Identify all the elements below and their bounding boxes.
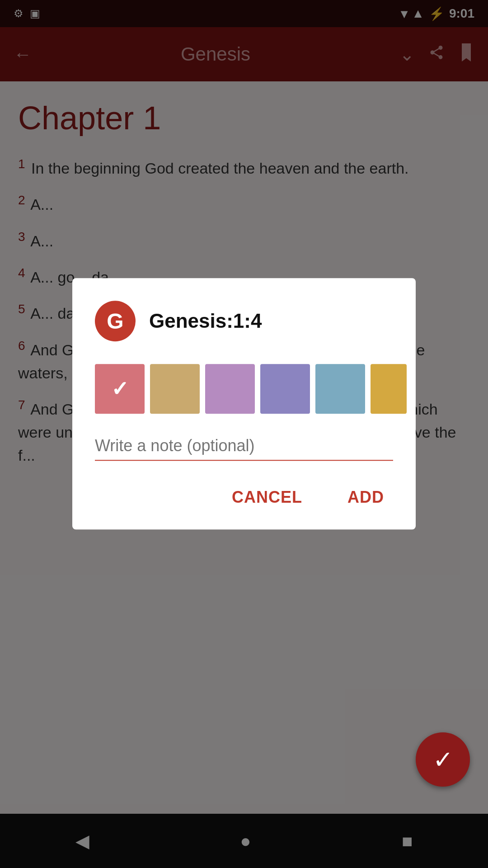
color-swatch-lavender[interactable] [205,364,255,414]
note-input-wrapper[interactable] [95,436,393,461]
color-swatch-gold[interactable] [371,364,407,414]
check-icon: ✓ [433,745,453,774]
color-swatch-rose[interactable] [95,364,145,414]
color-swatch-blue[interactable] [315,364,365,414]
color-swatches [95,364,393,414]
color-swatch-purple[interactable] [260,364,310,414]
dialog-title: Genesis:1:4 [149,310,262,332]
highlight-dialog: G Genesis:1:4 CANCEL ADD [72,278,416,529]
color-swatch-tan[interactable] [150,364,200,414]
dialog-app-icon: G [95,301,136,341]
fab-confirm[interactable]: ✓ [416,732,470,787]
cancel-button[interactable]: CANCEL [223,483,311,511]
dialog-actions: CANCEL ADD [95,483,393,511]
dialog-header: G Genesis:1:4 [95,301,393,341]
note-input[interactable] [95,436,393,455]
add-button[interactable]: ADD [338,483,393,511]
